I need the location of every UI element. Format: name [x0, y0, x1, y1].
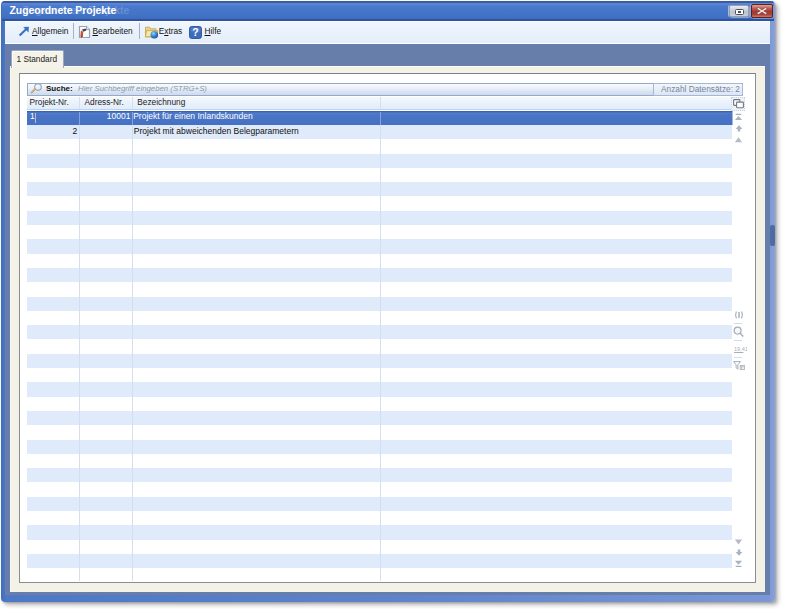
- svg-text:19,41: 19,41: [734, 345, 747, 351]
- svg-text:?: ?: [192, 26, 198, 38]
